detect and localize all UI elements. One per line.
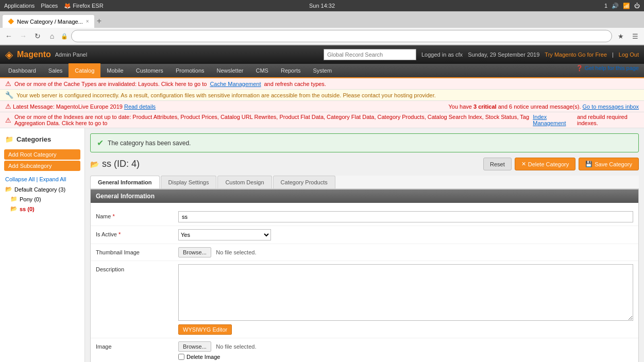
index-management-link[interactable]: Index Management xyxy=(533,114,574,126)
tab-custom-design[interactable]: Custom Design xyxy=(217,176,272,188)
expand-all-link[interactable]: Expand All xyxy=(39,176,66,182)
os-bar-left: Applications Places 🦊 Firefox ESR xyxy=(4,3,104,9)
form-tabs: General Information Display Settings Cus… xyxy=(90,176,639,189)
menu-btn[interactable]: ☰ xyxy=(630,30,641,42)
nav-customers[interactable]: Customers xyxy=(130,63,170,78)
try-magento-link[interactable]: Try Magento Go for Free xyxy=(545,51,607,58)
new-tab-button[interactable]: + xyxy=(97,14,101,28)
messages-inbox-link[interactable]: Go to messages inbox xyxy=(583,104,639,110)
name-label: Name * xyxy=(96,211,178,219)
success-icon: ✔ xyxy=(97,138,104,148)
address-bar-input[interactable]: 10.10.10.140/index.php/admin/catalog_cat… xyxy=(71,30,612,42)
tab-general-information[interactable]: General Information xyxy=(90,176,160,188)
delete-image-checkbox[interactable] xyxy=(178,354,184,360)
notif-warning-icon: 🔧 xyxy=(5,91,13,99)
tab-display-settings[interactable]: Display Settings xyxy=(161,176,217,188)
thumbnail-field: Browse... No file selected. xyxy=(178,247,633,257)
tree-default-category[interactable]: 📂 Default Category (3) xyxy=(0,184,84,194)
image-label: Image xyxy=(96,341,178,350)
thumbnail-row: Thumbnail Image Browse... No file select… xyxy=(91,244,638,261)
is-active-select[interactable]: Yes No xyxy=(178,229,271,240)
top-nav: Dashboard Sales Catalog Mobile Customers… xyxy=(0,64,644,78)
section-body: Name * Is Active * Yes xyxy=(91,203,638,362)
thumbnail-label: Thumbnail Image xyxy=(96,247,178,255)
general-information-section: General Information Name * Is Acti xyxy=(90,189,639,362)
tree-ss[interactable]: 📂 ss (0) xyxy=(0,204,84,214)
nav-items: Dashboard Sales Catalog Mobile Customers… xyxy=(2,63,338,78)
delete-image-label: Delete Image xyxy=(187,354,220,360)
nav-cms[interactable]: CMS xyxy=(249,63,274,78)
cache-management-link[interactable]: Cache Management xyxy=(210,81,261,87)
help-button[interactable]: ❓ Get help for this page xyxy=(576,65,639,72)
content-header: 📂 ss (ID: 4) Reset ✕ Delete Category 💾 S… xyxy=(90,158,639,170)
browser-chrome: 🔶 New Category / Manage... × + ← → ↻ ⌂ 🔒… xyxy=(0,11,644,45)
os-clock: Sun 14:32 xyxy=(309,3,335,9)
nav-dashboard[interactable]: Dashboard xyxy=(2,63,42,78)
image-field: Browse... No file selected. Delete Image xyxy=(178,341,633,360)
firefox-icon: 🦊 xyxy=(64,3,71,9)
read-details-link[interactable]: Read details xyxy=(124,104,156,110)
home-button[interactable]: ⌂ xyxy=(46,30,58,42)
add-subcategory-button[interactable]: Add Subcategory xyxy=(4,161,80,171)
critical-count: 3 critical xyxy=(473,104,497,110)
nav-system[interactable]: System xyxy=(307,63,338,78)
success-message: ✔ The category has been saved. xyxy=(90,133,639,152)
nav-newsletter[interactable]: Newsletter xyxy=(211,63,250,78)
places-menu[interactable]: Places xyxy=(41,3,58,9)
applications-menu[interactable]: Applications xyxy=(4,3,35,9)
lock-icon: 🔒 xyxy=(61,33,68,40)
page-body: 📁 Categories Add Root Category Add Subca… xyxy=(0,128,644,362)
main-content: ✔ The category has been saved. 📂 ss (ID:… xyxy=(85,128,644,362)
delete-category-button[interactable]: ✕ Delete Category xyxy=(515,158,576,170)
collapse-all-link[interactable]: Collapse All xyxy=(5,176,35,182)
active-required-star: * xyxy=(118,231,121,237)
firefox-menu[interactable]: 🦊 Firefox ESR xyxy=(64,3,103,9)
tab-bar: 🔶 New Category / Manage... × + xyxy=(0,11,644,28)
image-file-info: No file selected. xyxy=(216,343,256,350)
title-icon: 📂 xyxy=(90,160,99,168)
nav-reports[interactable]: Reports xyxy=(275,63,307,78)
tab-close-btn[interactable]: × xyxy=(86,19,89,24)
nav-promotions[interactable]: Promotions xyxy=(170,63,211,78)
is-active-label: Is Active * xyxy=(96,229,178,237)
name-field xyxy=(178,211,633,222)
browser-tab-active[interactable]: 🔶 New Category / Manage... × xyxy=(2,14,95,28)
nav-mobile[interactable]: Mobile xyxy=(100,63,129,78)
logout-link[interactable]: Log Out xyxy=(619,51,639,58)
reload-button[interactable]: ↻ xyxy=(32,30,43,42)
collapse-links: Collapse All | Expand All xyxy=(0,174,84,184)
folder-icon-ss: 📂 xyxy=(10,205,18,212)
admin-logo: ◈ Magento Admin Panel xyxy=(5,48,87,61)
sidebar-actions: Add Root Category Add Subcategory xyxy=(0,146,84,174)
image-row: Image Browse... No file selected. Delete… xyxy=(91,338,638,362)
notif-error-icon-3: ⚠ xyxy=(5,116,11,124)
notif-error-icon-2: ⚠ xyxy=(5,102,11,110)
notification-message: ⚠ Latest Message: MagentoLive Europe 201… xyxy=(0,101,644,112)
description-textarea[interactable] xyxy=(178,264,633,321)
sidebar-title: 📁 Categories xyxy=(0,133,84,146)
tree-pony[interactable]: 📁 Pony (0) xyxy=(0,194,84,204)
forward-button[interactable]: → xyxy=(18,30,29,42)
bookmark-btn[interactable]: ★ xyxy=(615,30,626,42)
os-bar-right: 1 🔊 📶 ⏻ xyxy=(604,3,640,9)
section-header: General Information xyxy=(91,189,638,203)
date-label: Sunday, 29 September 2019 xyxy=(468,51,539,58)
notif-left: ⚠ Latest Message: MagentoLive Europe 201… xyxy=(5,102,156,110)
save-category-button[interactable]: 💾 Save Category xyxy=(579,158,639,170)
name-input[interactable] xyxy=(178,211,633,222)
thumbnail-browse-btn[interactable]: Browse... xyxy=(178,247,211,257)
wysiwyg-editor-btn[interactable]: WYSIWYG Editor xyxy=(178,324,232,335)
tab-category-products[interactable]: Category Products xyxy=(273,176,335,188)
global-search-input[interactable] xyxy=(324,49,416,60)
back-button[interactable]: ← xyxy=(3,30,14,42)
nav-catalog[interactable]: Catalog xyxy=(69,63,100,78)
nav-sales[interactable]: Sales xyxy=(42,63,69,78)
notif-right: You have 3 critical and 6 notice unread … xyxy=(448,104,639,110)
image-browse-btn[interactable]: Browse... xyxy=(178,341,211,352)
magento-logo-icon: ◈ xyxy=(5,48,13,61)
is-active-field: Yes No xyxy=(178,229,633,240)
add-root-category-button[interactable]: Add Root Category xyxy=(4,149,80,160)
reset-button[interactable]: Reset xyxy=(483,158,512,170)
folder-icon-sidebar: 📁 xyxy=(5,135,13,143)
magento-logo-text: Magento xyxy=(17,50,51,59)
